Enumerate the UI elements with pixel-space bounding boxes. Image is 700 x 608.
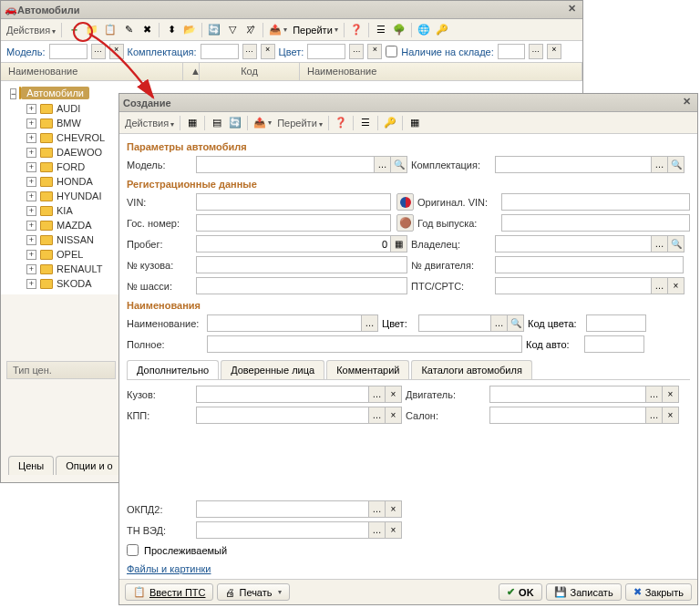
tb-btn-5[interactable]: ☰ [357, 115, 374, 131]
filter-off-button[interactable]: ▽̸ [242, 22, 259, 38]
enginetype-input[interactable] [489, 386, 646, 403]
interior-input[interactable] [489, 407, 646, 424]
stock-select-button[interactable]: … [529, 44, 543, 59]
config-sel-btn[interactable]: … [652, 156, 668, 173]
config-search-btn[interactable]: 🔍 [668, 156, 685, 173]
mileage-calc-btn[interactable]: ▦ [391, 235, 407, 252]
titlebar[interactable]: 🚗 Автомобили ✕ [1, 1, 582, 19]
config-input[interactable] [495, 156, 652, 173]
col-sort-icon[interactable]: ▲ [183, 63, 200, 80]
key-button[interactable]: 🔑 [434, 22, 450, 38]
model-sel-btn[interactable]: … [375, 156, 391, 173]
gosnum-input[interactable] [196, 214, 391, 232]
stock-checkbox[interactable] [386, 46, 397, 57]
goto-menu[interactable]: Перейти [275, 118, 324, 129]
root-expander[interactable]: − [10, 88, 16, 99]
edit-button[interactable]: ✎ [120, 22, 137, 38]
owner-sel-btn[interactable]: … [652, 235, 668, 252]
tree-root[interactable]: Автомобили [21, 87, 89, 99]
add-button[interactable]: ＋ [66, 22, 82, 38]
save-button[interactable]: 💾Записать [546, 583, 622, 601]
goto-button[interactable]: Перейти [291, 22, 340, 38]
expander-icon[interactable]: + [26, 206, 36, 216]
okpd-clear-btn[interactable]: × [386, 500, 402, 518]
expander-icon[interactable]: + [26, 279, 36, 289]
titlebar-2[interactable]: Создание ✕ [119, 94, 697, 112]
expander-icon[interactable]: + [26, 104, 36, 114]
tab-prices[interactable]: Цены [8, 456, 54, 475]
refresh-button[interactable]: 🔄 [206, 22, 222, 38]
stock-clear-button[interactable]: × [547, 44, 561, 59]
col-name2[interactable]: Наименование [300, 63, 582, 80]
help-button[interactable]: ❓ [348, 22, 365, 38]
mileage-input[interactable] [196, 235, 391, 252]
name-sel-btn[interactable]: … [362, 314, 378, 332]
expander-icon[interactable]: + [26, 221, 36, 231]
actions-menu-2[interactable]: Действия [123, 118, 176, 129]
vin-decode-button[interactable] [396, 193, 414, 211]
ok-button[interactable]: ✔OK [499, 583, 542, 601]
tree-button[interactable]: 🌳 [391, 22, 407, 38]
tab-comment[interactable]: Комментарий [326, 360, 409, 379]
name-input[interactable] [207, 314, 362, 332]
print-button[interactable]: 🖨Печать [217, 583, 289, 601]
gearbox-clear-btn[interactable]: × [386, 407, 402, 424]
pts-sel-btn[interactable]: … [652, 277, 668, 294]
expander-icon[interactable]: + [26, 148, 36, 158]
config-filter-input[interactable] [201, 44, 239, 59]
add-folder-button[interactable]: 📁 [84, 22, 100, 38]
engine-input[interactable] [495, 256, 684, 273]
close-button[interactable]: ✖Закрыть [625, 583, 692, 601]
origvin-input[interactable] [501, 193, 690, 211]
files-link[interactable]: Файлы и картинки [127, 563, 211, 574]
traceable-checkbox[interactable] [127, 544, 139, 556]
help-button-2[interactable]: ❓ [333, 115, 349, 131]
gearbox-input[interactable] [196, 407, 369, 424]
enginetype-sel-btn[interactable]: … [646, 386, 663, 403]
model-filter-input[interactable] [49, 44, 88, 59]
interior-sel-btn[interactable]: … [646, 407, 663, 424]
interior-clear-btn[interactable]: × [663, 407, 679, 424]
tab-catalogs[interactable]: Каталоги автомобиля [411, 360, 531, 379]
tab-options[interactable]: Опции и о [56, 456, 122, 475]
list-button[interactable]: ☰ [373, 22, 389, 38]
year-input[interactable] [501, 214, 690, 232]
bodytype-sel-btn[interactable]: … [369, 386, 386, 403]
tab-trusted[interactable]: Доверенные лица [221, 360, 324, 379]
okpd-sel-btn[interactable]: … [369, 500, 386, 518]
hierarchy-button[interactable]: ⬍ [163, 22, 180, 38]
tb-btn-3[interactable]: 🔄 [227, 115, 243, 131]
color-clear-button[interactable]: × [367, 44, 382, 59]
tnved-sel-btn[interactable]: … [369, 521, 386, 539]
owner-input[interactable] [495, 235, 652, 252]
tnved-input[interactable] [196, 521, 369, 539]
autocode-input[interactable] [584, 335, 644, 353]
model-select-button[interactable]: … [91, 44, 106, 59]
okpd-input[interactable] [196, 500, 369, 518]
owner-search-btn[interactable]: 🔍 [668, 235, 685, 252]
tb-btn-4[interactable]: 📤 [252, 115, 273, 131]
pts-input[interactable] [495, 277, 652, 294]
color-search-btn[interactable]: 🔍 [508, 314, 524, 332]
key-button-2[interactable]: 🔑 [382, 115, 398, 131]
close-icon[interactable]: ✕ [564, 3, 579, 17]
enter-pts-button[interactable]: 📋Ввести ПТС [125, 583, 213, 601]
pts-clear-btn[interactable]: × [668, 277, 685, 294]
vin-input[interactable] [196, 193, 391, 211]
tb-btn-6[interactable]: ▦ [407, 115, 423, 131]
model-input[interactable] [196, 156, 375, 173]
body-input[interactable] [196, 256, 407, 273]
expander-icon[interactable]: + [26, 133, 36, 143]
tb-btn-1[interactable]: ▦ [184, 115, 201, 131]
expander-icon[interactable]: + [26, 119, 36, 129]
expander-icon[interactable]: + [26, 191, 36, 201]
gearbox-sel-btn[interactable]: … [369, 407, 386, 424]
expander-icon[interactable]: + [26, 264, 36, 274]
color-select-button[interactable]: … [349, 44, 364, 59]
config-clear-button[interactable]: × [261, 44, 275, 59]
move-button[interactable]: 📂 [181, 22, 198, 38]
earth-button[interactable]: 🌐 [416, 22, 432, 38]
expander-icon[interactable]: + [26, 177, 36, 187]
expander-icon[interactable]: + [26, 250, 36, 260]
col-code[interactable]: Код [200, 63, 300, 80]
